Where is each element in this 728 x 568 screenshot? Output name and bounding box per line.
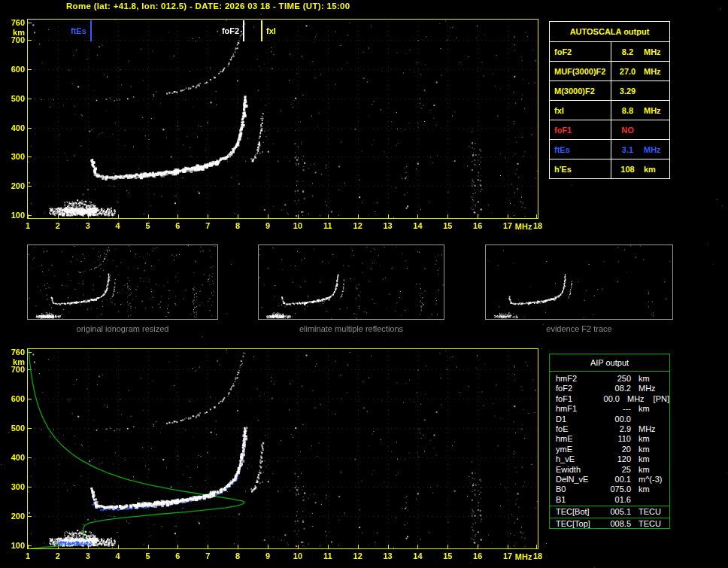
x-tick-label: 3 [86,551,90,560]
x-tick-label: 4 [116,221,120,230]
param-unit: MHz [644,145,669,154]
marker-label-fxi: fxI [266,26,276,35]
thumbnail-caption-eliminate: eliminate multiple reflections [258,324,444,333]
thumbnail-canvas-original [28,245,217,319]
aip-row: Ewidth25km [556,465,669,475]
x-tick-label: 15 [443,221,452,230]
param-value-cell: 8.8MHz [611,101,669,120]
marker-line-fof2 [243,20,244,41]
param-flag: [PN] [654,394,669,404]
autoscala-window: Rome (lat: +41.8, lon: 012.5) - DATE: 20… [0,0,728,568]
param-unit: m^(-3) [639,475,662,484]
param-value: NO [611,126,644,135]
x-tick-label: 18 [533,551,542,560]
param-unit: km [639,374,650,384]
param-value: 005.1 [602,506,631,518]
x-tick-label: 17 [503,221,512,230]
tec-box: TEC[Bot]005.1TECUTEC[Top]008.5TECU [549,506,670,529]
x-tick-label: 17 [503,551,512,560]
ionogram-canvas-top [28,20,538,218]
autoscala-row: fxI8.8MHz [550,100,669,120]
station-header: Rome (lat: +41.8, lon: 012.5) - DATE: 20… [66,2,350,11]
param-unit: km [639,404,650,414]
aip-row: foF208.2MHz [556,384,669,393]
param-unit: MHz [639,424,656,434]
profile-ionogram-plot: 760700600500400300200100km12345678910111… [27,348,538,549]
x-tick-label: 16 [473,221,482,230]
x-tick-label: 8 [235,221,240,230]
param-value: --- [602,404,631,414]
param-name: hmE [556,434,602,444]
param-name: B0 [556,484,602,494]
x-tick-label: 5 [145,551,150,560]
thumbnail-no-multiples [258,245,444,320]
x-tick-label: 12 [353,221,362,230]
y-tick-label: 100 [5,541,25,550]
x-tick-label: 5 [145,221,150,230]
param-unit: km [644,165,669,174]
param-unit: km [639,484,650,494]
param-value: 08.2 [602,384,631,393]
aip-row: h_vE120km [556,454,669,464]
marker-label-fof2: foF2 [222,26,239,35]
x-tick-label: 13 [383,551,392,560]
param-unit: km [639,445,650,454]
param-value-cell: 3.1MHz [611,140,669,159]
tec-row: TEC[Bot]005.1TECU [550,506,669,518]
x-tick-label: 2 [56,551,60,560]
y-tick-label: 500 [5,94,25,103]
autoscala-row: ftEs3.1MHz [550,139,669,159]
aip-rows: hmF2250kmfoF208.2MHzfoF100.0MHz[PN]hmF1-… [550,372,669,505]
autoscala-table-title: AUTOSCALA output [550,22,669,41]
x-axis-unit: MHz [515,222,532,231]
x-tick-label: 14 [413,551,422,560]
param-value: 120 [602,454,631,464]
aip-output-table: AIP outputhmF2250kmfoF208.2MHzfoF100.0MH… [549,354,670,529]
param-value: 8.8 [611,106,644,115]
param-name: TEC[Top] [556,518,602,529]
param-value: 00.0 [596,394,620,404]
x-tick-label: 6 [175,551,180,560]
param-value: 00.0 [602,415,631,424]
param-unit: km [639,465,650,475]
aip-row: DelN_vE00.1m^(-3) [556,475,669,484]
y-tick-label: 700 [5,365,25,374]
autoscala-row: h'Es108km [550,159,669,178]
param-value: 25 [602,465,631,475]
param-name: h_vE [556,454,602,464]
param-unit: TECU [639,506,661,518]
y-tick-label: 300 [5,152,25,161]
y-tick-label: 400 [5,123,25,132]
param-name: h'Es [550,159,611,178]
y-tick-label: 200 [5,512,25,521]
y-tick-label: 600 [5,65,25,74]
param-value-cell: 3.29 [611,81,669,100]
param-name: ftEs [550,140,611,159]
ionogram-canvas-bottom [28,349,538,548]
param-name: fxI [550,101,611,120]
x-tick-label: 15 [443,551,452,560]
y-tick-label: 600 [5,394,25,403]
param-name: DelN_vE [556,475,602,484]
marker-line-fxi [261,20,262,41]
y-tick-label: 400 [5,453,25,462]
x-tick-label: 11 [323,221,332,230]
x-tick-label: 9 [265,551,270,560]
y-axis-unit: km [5,28,25,37]
param-name: foF1 [556,394,596,404]
autoscala-row: MUF(3000)F227.0MHz [550,61,669,80]
x-tick-label: 3 [86,221,90,230]
param-name: hmF1 [556,404,602,414]
x-tick-label: 10 [293,221,302,230]
x-tick-label: 6 [175,221,180,230]
aip-row: B0075.0km [556,484,669,494]
param-value: 27.0 [611,67,644,76]
thumbnail-canvas-no-multiples [259,245,444,319]
autoscala-row: foF28.2MHz [550,41,669,61]
param-value: 2.9 [602,424,631,434]
x-tick-label: 16 [473,551,482,560]
param-name: B1 [556,495,602,505]
param-value: 20 [602,445,631,454]
x-axis-unit: MHz [515,552,532,561]
y-tick-label: 500 [5,424,25,433]
